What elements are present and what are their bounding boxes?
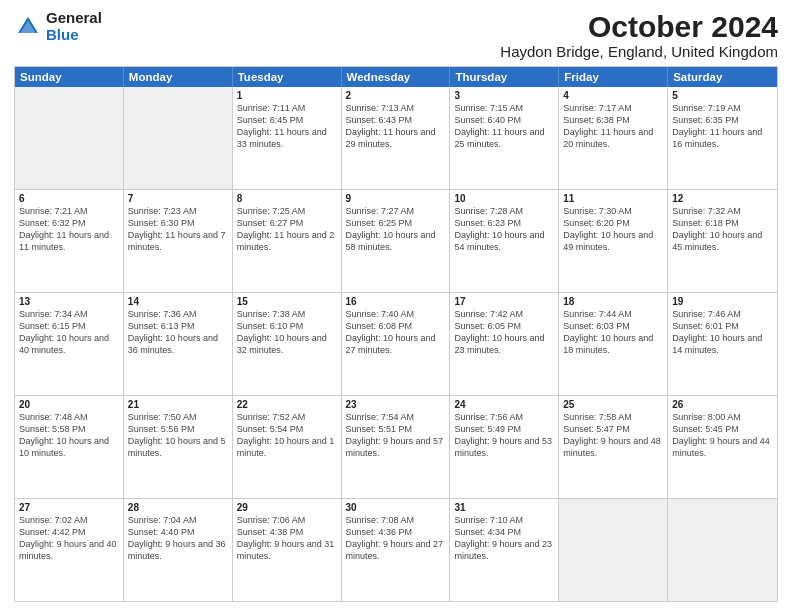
day-number-6: 6	[19, 193, 119, 204]
cell-text-25: Sunrise: 7:58 AM Sunset: 5:47 PM Dayligh…	[563, 412, 661, 458]
cell-text-4: Sunrise: 7:17 AM Sunset: 6:38 PM Dayligh…	[563, 103, 653, 149]
calendar-cell-3-4: 24Sunrise: 7:56 AM Sunset: 5:49 PM Dayli…	[450, 396, 559, 498]
cell-text-12: Sunrise: 7:32 AM Sunset: 6:18 PM Dayligh…	[672, 206, 762, 252]
day-number-15: 15	[237, 296, 337, 307]
day-number-19: 19	[672, 296, 773, 307]
day-number-29: 29	[237, 502, 337, 513]
header-saturday: Saturday	[668, 67, 777, 87]
calendar-cell-0-2: 1Sunrise: 7:11 AM Sunset: 6:45 PM Daylig…	[233, 87, 342, 189]
calendar-cell-3-6: 26Sunrise: 8:00 AM Sunset: 5:45 PM Dayli…	[668, 396, 777, 498]
calendar-cell-3-5: 25Sunrise: 7:58 AM Sunset: 5:47 PM Dayli…	[559, 396, 668, 498]
cell-text-18: Sunrise: 7:44 AM Sunset: 6:03 PM Dayligh…	[563, 309, 653, 355]
calendar-cell-3-1: 21Sunrise: 7:50 AM Sunset: 5:56 PM Dayli…	[124, 396, 233, 498]
cell-text-28: Sunrise: 7:04 AM Sunset: 4:40 PM Dayligh…	[128, 515, 226, 561]
cell-text-6: Sunrise: 7:21 AM Sunset: 6:32 PM Dayligh…	[19, 206, 109, 252]
calendar-cell-2-6: 19Sunrise: 7:46 AM Sunset: 6:01 PM Dayli…	[668, 293, 777, 395]
calendar-cell-1-4: 10Sunrise: 7:28 AM Sunset: 6:23 PM Dayli…	[450, 190, 559, 292]
calendar-cell-2-2: 15Sunrise: 7:38 AM Sunset: 6:10 PM Dayli…	[233, 293, 342, 395]
header-thursday: Thursday	[450, 67, 559, 87]
logo-general-text: General	[46, 10, 102, 27]
calendar-cell-0-5: 4Sunrise: 7:17 AM Sunset: 6:38 PM Daylig…	[559, 87, 668, 189]
calendar-cell-4-5	[559, 499, 668, 601]
calendar-cell-1-1: 7Sunrise: 7:23 AM Sunset: 6:30 PM Daylig…	[124, 190, 233, 292]
calendar-cell-1-3: 9Sunrise: 7:27 AM Sunset: 6:25 PM Daylig…	[342, 190, 451, 292]
header-sunday: Sunday	[15, 67, 124, 87]
day-number-31: 31	[454, 502, 554, 513]
calendar-cell-1-5: 11Sunrise: 7:30 AM Sunset: 6:20 PM Dayli…	[559, 190, 668, 292]
day-number-14: 14	[128, 296, 228, 307]
calendar-cell-0-4: 3Sunrise: 7:15 AM Sunset: 6:40 PM Daylig…	[450, 87, 559, 189]
cell-text-8: Sunrise: 7:25 AM Sunset: 6:27 PM Dayligh…	[237, 206, 335, 252]
calendar-cell-2-4: 17Sunrise: 7:42 AM Sunset: 6:05 PM Dayli…	[450, 293, 559, 395]
cell-text-24: Sunrise: 7:56 AM Sunset: 5:49 PM Dayligh…	[454, 412, 552, 458]
calendar-row-0: 1Sunrise: 7:11 AM Sunset: 6:45 PM Daylig…	[15, 87, 777, 189]
cell-text-27: Sunrise: 7:02 AM Sunset: 4:42 PM Dayligh…	[19, 515, 117, 561]
calendar-cell-2-5: 18Sunrise: 7:44 AM Sunset: 6:03 PM Dayli…	[559, 293, 668, 395]
day-number-2: 2	[346, 90, 446, 101]
header-friday: Friday	[559, 67, 668, 87]
calendar-cell-4-1: 28Sunrise: 7:04 AM Sunset: 4:40 PM Dayli…	[124, 499, 233, 601]
header: General Blue October 2024 Haydon Bridge,…	[14, 10, 778, 60]
cell-text-16: Sunrise: 7:40 AM Sunset: 6:08 PM Dayligh…	[346, 309, 436, 355]
cell-text-23: Sunrise: 7:54 AM Sunset: 5:51 PM Dayligh…	[346, 412, 444, 458]
title-block: October 2024 Haydon Bridge, England, Uni…	[500, 10, 778, 60]
calendar-body: 1Sunrise: 7:11 AM Sunset: 6:45 PM Daylig…	[15, 87, 777, 601]
header-monday: Monday	[124, 67, 233, 87]
cell-text-13: Sunrise: 7:34 AM Sunset: 6:15 PM Dayligh…	[19, 309, 109, 355]
day-number-10: 10	[454, 193, 554, 204]
calendar-cell-3-2: 22Sunrise: 7:52 AM Sunset: 5:54 PM Dayli…	[233, 396, 342, 498]
day-number-30: 30	[346, 502, 446, 513]
day-number-11: 11	[563, 193, 663, 204]
calendar-cell-1-2: 8Sunrise: 7:25 AM Sunset: 6:27 PM Daylig…	[233, 190, 342, 292]
calendar-cell-0-6: 5Sunrise: 7:19 AM Sunset: 6:35 PM Daylig…	[668, 87, 777, 189]
calendar-cell-0-0	[15, 87, 124, 189]
day-number-8: 8	[237, 193, 337, 204]
cell-text-29: Sunrise: 7:06 AM Sunset: 4:38 PM Dayligh…	[237, 515, 335, 561]
day-number-1: 1	[237, 90, 337, 101]
logo-icon	[14, 13, 42, 41]
calendar-cell-3-0: 20Sunrise: 7:48 AM Sunset: 5:58 PM Dayli…	[15, 396, 124, 498]
page: General Blue October 2024 Haydon Bridge,…	[0, 0, 792, 612]
logo-text: General Blue	[46, 10, 102, 43]
calendar-row-3: 20Sunrise: 7:48 AM Sunset: 5:58 PM Dayli…	[15, 395, 777, 498]
day-number-9: 9	[346, 193, 446, 204]
day-number-17: 17	[454, 296, 554, 307]
calendar-cell-2-3: 16Sunrise: 7:40 AM Sunset: 6:08 PM Dayli…	[342, 293, 451, 395]
calendar-cell-2-1: 14Sunrise: 7:36 AM Sunset: 6:13 PM Dayli…	[124, 293, 233, 395]
calendar-cell-3-3: 23Sunrise: 7:54 AM Sunset: 5:51 PM Dayli…	[342, 396, 451, 498]
header-wednesday: Wednesday	[342, 67, 451, 87]
title-location: Haydon Bridge, England, United Kingdom	[500, 43, 778, 60]
calendar-row-4: 27Sunrise: 7:02 AM Sunset: 4:42 PM Dayli…	[15, 498, 777, 601]
cell-text-7: Sunrise: 7:23 AM Sunset: 6:30 PM Dayligh…	[128, 206, 226, 252]
day-number-24: 24	[454, 399, 554, 410]
day-number-21: 21	[128, 399, 228, 410]
title-month: October 2024	[500, 10, 778, 43]
cell-text-2: Sunrise: 7:13 AM Sunset: 6:43 PM Dayligh…	[346, 103, 436, 149]
logo: General Blue	[14, 10, 102, 43]
cell-text-10: Sunrise: 7:28 AM Sunset: 6:23 PM Dayligh…	[454, 206, 544, 252]
day-number-28: 28	[128, 502, 228, 513]
day-number-20: 20	[19, 399, 119, 410]
day-number-13: 13	[19, 296, 119, 307]
cell-text-14: Sunrise: 7:36 AM Sunset: 6:13 PM Dayligh…	[128, 309, 218, 355]
day-number-12: 12	[672, 193, 773, 204]
cell-text-17: Sunrise: 7:42 AM Sunset: 6:05 PM Dayligh…	[454, 309, 544, 355]
day-number-22: 22	[237, 399, 337, 410]
cell-text-30: Sunrise: 7:08 AM Sunset: 4:36 PM Dayligh…	[346, 515, 444, 561]
cell-text-31: Sunrise: 7:10 AM Sunset: 4:34 PM Dayligh…	[454, 515, 552, 561]
day-number-16: 16	[346, 296, 446, 307]
cell-text-15: Sunrise: 7:38 AM Sunset: 6:10 PM Dayligh…	[237, 309, 327, 355]
calendar-cell-4-2: 29Sunrise: 7:06 AM Sunset: 4:38 PM Dayli…	[233, 499, 342, 601]
cell-text-19: Sunrise: 7:46 AM Sunset: 6:01 PM Dayligh…	[672, 309, 762, 355]
cell-text-9: Sunrise: 7:27 AM Sunset: 6:25 PM Dayligh…	[346, 206, 436, 252]
logo-blue-text: Blue	[46, 27, 102, 44]
calendar-cell-4-6	[668, 499, 777, 601]
header-tuesday: Tuesday	[233, 67, 342, 87]
calendar-cell-0-3: 2Sunrise: 7:13 AM Sunset: 6:43 PM Daylig…	[342, 87, 451, 189]
cell-text-21: Sunrise: 7:50 AM Sunset: 5:56 PM Dayligh…	[128, 412, 226, 458]
cell-text-3: Sunrise: 7:15 AM Sunset: 6:40 PM Dayligh…	[454, 103, 544, 149]
cell-text-1: Sunrise: 7:11 AM Sunset: 6:45 PM Dayligh…	[237, 103, 327, 149]
day-number-26: 26	[672, 399, 773, 410]
calendar-cell-0-1	[124, 87, 233, 189]
day-number-7: 7	[128, 193, 228, 204]
